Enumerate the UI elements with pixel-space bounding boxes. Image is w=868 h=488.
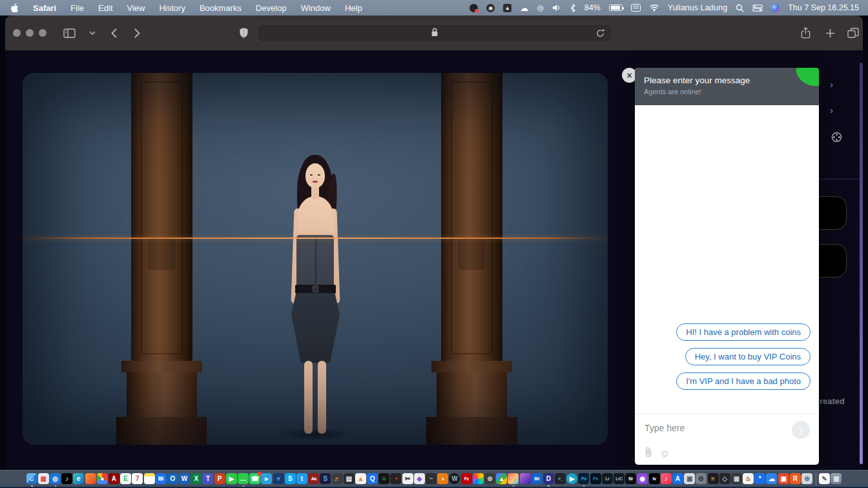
dock-icon-font-book[interactable]: Aa bbox=[308, 473, 319, 484]
dock-icon-photoshop-beta[interactable]: Ps bbox=[590, 473, 601, 484]
window-close-button[interactable] bbox=[13, 29, 21, 37]
dock-icon-behance[interactable]: Bē bbox=[532, 473, 542, 484]
reload-icon[interactable] bbox=[595, 28, 606, 41]
dock-icon-trash[interactable]: ▥ bbox=[831, 473, 842, 484]
dock-icon-word[interactable]: W bbox=[179, 473, 190, 484]
dock-icon-outlook[interactable]: O bbox=[167, 473, 178, 484]
dock-icon-powerpoint[interactable]: P bbox=[214, 473, 225, 484]
page-scrollbar[interactable] bbox=[860, 63, 863, 464]
chat-quick-reply-1[interactable]: HI! I have a problem with coins bbox=[676, 323, 811, 341]
back-icon[interactable] bbox=[105, 25, 122, 41]
screen-record-icon[interactable] bbox=[470, 4, 478, 12]
dock-icon-blue-doc-app[interactable]: ≡ bbox=[273, 473, 284, 484]
chat-message-input[interactable] bbox=[645, 423, 774, 433]
dock-icon-twitter[interactable]: t bbox=[296, 473, 307, 484]
triangle-app-icon[interactable]: ▲ bbox=[503, 4, 512, 12]
dock-icon-chrome[interactable]: ● bbox=[97, 473, 108, 484]
dock-icon-network-globe[interactable]: ⊕ bbox=[801, 473, 812, 484]
dock-icon-screenshot[interactable]: ⊕ bbox=[484, 473, 495, 484]
cloud-sync-icon[interactable]: ☁ bbox=[520, 3, 528, 13]
dock-icon-automator[interactable]: ◇ bbox=[719, 473, 730, 484]
dock-icon-quicktime[interactable]: Q bbox=[367, 473, 378, 484]
dock-icon-terminal[interactable]: >_ bbox=[555, 473, 566, 484]
chat-quick-reply-2[interactable]: Hey, I want to buy VIP Coins bbox=[685, 348, 811, 365]
dock-icon-final-cut[interactable]: ◆ bbox=[414, 473, 425, 484]
tab-overview-icon[interactable] bbox=[845, 25, 862, 41]
airplay-icon[interactable]: ◎ bbox=[537, 3, 543, 13]
sidebar-icon[interactable] bbox=[61, 25, 78, 41]
dock-icon-app-store[interactable]: A bbox=[672, 473, 683, 484]
dock-icon-garageband[interactable]: ♬ bbox=[332, 473, 343, 484]
chat-send-button[interactable]: ↑ bbox=[792, 421, 810, 439]
dock-icon-wallet[interactable]: ≡ bbox=[708, 473, 719, 484]
menu-file[interactable]: File bbox=[70, 3, 84, 13]
menu-help[interactable]: Help bbox=[345, 3, 362, 13]
dock-icon-mail[interactable]: ✉ bbox=[156, 473, 167, 484]
wifi-icon[interactable] bbox=[649, 3, 659, 13]
dock-icon-bluetooth-exchange[interactable]: * bbox=[754, 473, 765, 484]
fast-user-switch-name[interactable]: Yulianus Ladung bbox=[668, 3, 727, 13]
dock-icon-facetime[interactable]: ▶ bbox=[226, 473, 237, 484]
dock-icon-apple-tv[interactable]: tv bbox=[649, 473, 660, 484]
window-minimize-button[interactable] bbox=[26, 29, 34, 37]
control-center-icon[interactable] bbox=[752, 3, 763, 13]
address-bar[interactable] bbox=[257, 24, 612, 43]
menu-view[interactable]: View bbox=[127, 3, 145, 13]
menu-bar-clock[interactable]: Thu 7 Sep 16.25.15 bbox=[788, 3, 859, 13]
menu-window[interactable]: Window bbox=[301, 3, 331, 13]
siri-icon[interactable] bbox=[771, 4, 780, 12]
dock-icon-excel[interactable]: X bbox=[191, 473, 202, 484]
dock-icon-gradient-app-2[interactable] bbox=[520, 473, 531, 484]
dock-icon-weather[interactable]: ☁ bbox=[766, 473, 777, 484]
dock-icon-photoshop[interactable]: Ps bbox=[578, 473, 589, 484]
menu-develop[interactable]: Develop bbox=[256, 3, 287, 13]
dock-icon-safari[interactable]: ◎ bbox=[50, 473, 61, 484]
share-icon[interactable] bbox=[797, 25, 814, 41]
attachment-paperclip-icon[interactable] bbox=[645, 447, 652, 460]
dock-icon-homebrew[interactable]: ♨ bbox=[743, 473, 754, 484]
dock-icon-edge[interactable]: e bbox=[73, 473, 84, 484]
dock-icon-spotify[interactable]: ≈ bbox=[378, 473, 389, 484]
dock-icon-vlc[interactable]: ▲ bbox=[355, 473, 366, 484]
dock-icon-orange-r-app[interactable]: R bbox=[790, 473, 801, 484]
dock-icon-preview[interactable]: ▣ bbox=[684, 473, 695, 484]
dock-icon-video-player[interactable]: ▶ bbox=[566, 473, 577, 484]
menu-history[interactable]: History bbox=[159, 3, 185, 13]
privacy-shield-icon[interactable] bbox=[235, 25, 252, 41]
dock-icon-acrobat[interactable]: A bbox=[108, 473, 119, 484]
dock-icon-calendar[interactable]: 7 bbox=[132, 473, 143, 484]
dock-icon-firefox[interactable] bbox=[85, 473, 96, 484]
dock-icon-shazam[interactable]: S bbox=[320, 473, 331, 484]
chat-quick-reply-3[interactable]: I'm VIP and I have a bad photo bbox=[676, 372, 811, 390]
round-app-icon[interactable]: ◉ bbox=[486, 4, 495, 12]
dock-icon-photos[interactable] bbox=[473, 473, 484, 484]
emoji-smiley-icon[interactable]: ☺ bbox=[659, 449, 670, 459]
window-zoom-button[interactable] bbox=[39, 29, 46, 37]
chevron-down-icon[interactable] bbox=[84, 25, 101, 41]
menu-edit[interactable]: Edit bbox=[98, 3, 112, 13]
volume-icon[interactable] bbox=[552, 3, 561, 13]
dock-icon-podcasts[interactable]: ◉ bbox=[637, 473, 648, 484]
dock-icon-textedit[interactable]: ✎ bbox=[819, 473, 830, 484]
dock-icon-messages[interactable]: … bbox=[238, 473, 249, 484]
dock-icon-audio-app[interactable]: ~ bbox=[426, 473, 437, 484]
dock-icon-google-drive[interactable]: ▲ bbox=[496, 473, 507, 484]
dock-icon-gauge-app[interactable]: ◔ bbox=[390, 473, 401, 484]
rail-chevron-right-2-icon[interactable]: › bbox=[830, 105, 833, 115]
forward-icon[interactable] bbox=[129, 25, 145, 41]
dock-icon-filezilla[interactable]: Fz bbox=[461, 473, 472, 484]
rail-wheel-icon[interactable] bbox=[831, 132, 842, 145]
menu-safari[interactable]: Safari bbox=[33, 3, 56, 13]
dock-icon-blender[interactable]: ◗ bbox=[437, 473, 448, 484]
dock-icon-gradient-app-1[interactable] bbox=[508, 473, 519, 484]
dock-icon-music[interactable]: ♪ bbox=[661, 473, 672, 484]
dock-icon-lightroom-classic[interactable]: LrC bbox=[614, 473, 625, 484]
apple-menu-icon[interactable] bbox=[10, 3, 19, 13]
dock-icon-skype[interactable]: S bbox=[285, 473, 296, 484]
dock-icon-launchpad[interactable]: ▦ bbox=[38, 473, 49, 484]
dock-icon-wordpress[interactable]: W bbox=[449, 473, 460, 484]
dock-icon-lightroom[interactable]: Lr bbox=[602, 473, 613, 484]
new-tab-icon[interactable] bbox=[822, 25, 838, 41]
dock-icon-midi-keyboard[interactable]: ▤ bbox=[344, 473, 355, 484]
dock-icon-capcut[interactable]: ✂ bbox=[402, 473, 413, 484]
